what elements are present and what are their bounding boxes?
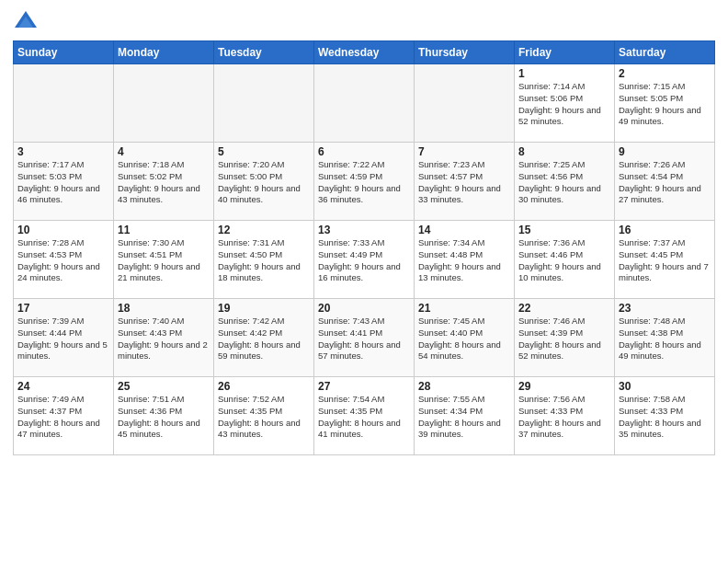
- day-number: 12: [218, 224, 310, 236]
- day-info: Sunrise: 7:54 AM Sunset: 4:35 PM Dayligh…: [318, 394, 410, 441]
- calendar-cell: 9Sunrise: 7:26 AM Sunset: 4:54 PM Daylig…: [615, 143, 715, 221]
- day-info: Sunrise: 7:45 AM Sunset: 4:40 PM Dayligh…: [418, 316, 510, 362]
- day-number: 21: [418, 302, 510, 315]
- day-number: 11: [118, 224, 210, 236]
- calendar-header-row: SundayMondayTuesdayWednesdayThursdayFrid…: [14, 41, 715, 64]
- calendar-cell: 13Sunrise: 7:33 AM Sunset: 4:49 PM Dayli…: [314, 221, 415, 299]
- day-info: Sunrise: 7:15 AM Sunset: 5:05 PM Dayligh…: [619, 81, 711, 128]
- calendar-week-row: 1Sunrise: 7:14 AM Sunset: 5:06 PM Daylig…: [14, 64, 715, 143]
- day-info: Sunrise: 7:51 AM Sunset: 4:36 PM Dayligh…: [118, 394, 210, 441]
- calendar-table: SundayMondayTuesdayWednesdayThursdayFrid…: [13, 40, 715, 455]
- calendar-cell: 14Sunrise: 7:34 AM Sunset: 4:48 PM Dayli…: [415, 221, 515, 299]
- day-info: Sunrise: 7:49 AM Sunset: 4:37 PM Dayligh…: [17, 394, 109, 441]
- day-number: 9: [619, 145, 711, 158]
- logo: [13, 9, 40, 35]
- day-info: Sunrise: 7:39 AM Sunset: 4:44 PM Dayligh…: [17, 316, 109, 362]
- calendar-cell: 7Sunrise: 7:23 AM Sunset: 4:57 PM Daylig…: [415, 143, 515, 221]
- day-number: 19: [218, 302, 310, 315]
- day-info: Sunrise: 7:46 AM Sunset: 4:39 PM Dayligh…: [518, 316, 610, 362]
- day-number: 25: [118, 380, 210, 393]
- logo-icon: [13, 9, 39, 35]
- day-info: Sunrise: 7:14 AM Sunset: 5:06 PM Dayligh…: [518, 81, 610, 128]
- calendar-cell: 27Sunrise: 7:54 AM Sunset: 4:35 PM Dayli…: [314, 377, 415, 455]
- day-of-week-header: Friday: [515, 41, 615, 64]
- day-number: 15: [518, 224, 610, 236]
- calendar-cell: 8Sunrise: 7:25 AM Sunset: 4:56 PM Daylig…: [515, 143, 615, 221]
- day-info: Sunrise: 7:20 AM Sunset: 5:00 PM Dayligh…: [218, 159, 310, 206]
- day-number: 8: [518, 145, 610, 158]
- day-number: 26: [218, 380, 310, 393]
- day-number: 7: [418, 145, 510, 158]
- day-number: 5: [218, 145, 310, 158]
- calendar-cell: [415, 64, 515, 143]
- calendar-cell: 6Sunrise: 7:22 AM Sunset: 4:59 PM Daylig…: [314, 143, 415, 221]
- calendar-cell: [114, 64, 214, 143]
- calendar-cell: 4Sunrise: 7:18 AM Sunset: 5:02 PM Daylig…: [114, 143, 214, 221]
- day-of-week-header: Sunday: [14, 41, 114, 64]
- calendar-cell: 12Sunrise: 7:31 AM Sunset: 4:50 PM Dayli…: [214, 221, 314, 299]
- calendar-week-row: 17Sunrise: 7:39 AM Sunset: 4:44 PM Dayli…: [14, 299, 715, 377]
- calendar-week-row: 10Sunrise: 7:28 AM Sunset: 4:53 PM Dayli…: [14, 221, 715, 299]
- day-number: 13: [318, 224, 410, 236]
- calendar-cell: 16Sunrise: 7:37 AM Sunset: 4:45 PM Dayli…: [615, 221, 715, 299]
- day-info: Sunrise: 7:26 AM Sunset: 4:54 PM Dayligh…: [619, 159, 711, 206]
- day-number: 10: [17, 224, 109, 236]
- day-of-week-header: Wednesday: [314, 41, 415, 64]
- calendar-cell: 22Sunrise: 7:46 AM Sunset: 4:39 PM Dayli…: [515, 299, 615, 377]
- day-number: 6: [318, 145, 410, 158]
- calendar-cell: [14, 64, 114, 143]
- calendar-cell: 17Sunrise: 7:39 AM Sunset: 4:44 PM Dayli…: [14, 299, 114, 377]
- calendar-cell: 3Sunrise: 7:17 AM Sunset: 5:03 PM Daylig…: [14, 143, 114, 221]
- day-info: Sunrise: 7:23 AM Sunset: 4:57 PM Dayligh…: [418, 159, 510, 206]
- day-info: Sunrise: 7:43 AM Sunset: 4:41 PM Dayligh…: [318, 316, 410, 362]
- calendar-cell: 24Sunrise: 7:49 AM Sunset: 4:37 PM Dayli…: [14, 377, 114, 455]
- day-info: Sunrise: 7:31 AM Sunset: 4:50 PM Dayligh…: [218, 237, 310, 284]
- calendar-cell: 1Sunrise: 7:14 AM Sunset: 5:06 PM Daylig…: [515, 64, 615, 143]
- day-info: Sunrise: 7:37 AM Sunset: 4:45 PM Dayligh…: [619, 237, 711, 284]
- day-number: 17: [17, 302, 109, 315]
- day-number: 20: [318, 302, 410, 315]
- day-number: 30: [619, 380, 711, 393]
- day-info: Sunrise: 7:58 AM Sunset: 4:33 PM Dayligh…: [619, 394, 711, 441]
- calendar-cell: 15Sunrise: 7:36 AM Sunset: 4:46 PM Dayli…: [515, 221, 615, 299]
- header: [13, 9, 715, 35]
- day-info: Sunrise: 7:17 AM Sunset: 5:03 PM Dayligh…: [17, 159, 109, 206]
- calendar-cell: 25Sunrise: 7:51 AM Sunset: 4:36 PM Dayli…: [114, 377, 214, 455]
- calendar-cell: 5Sunrise: 7:20 AM Sunset: 5:00 PM Daylig…: [214, 143, 314, 221]
- calendar-week-row: 3Sunrise: 7:17 AM Sunset: 5:03 PM Daylig…: [14, 143, 715, 221]
- day-number: 4: [118, 145, 210, 158]
- day-info: Sunrise: 7:40 AM Sunset: 4:43 PM Dayligh…: [118, 316, 210, 362]
- calendar-cell: 10Sunrise: 7:28 AM Sunset: 4:53 PM Dayli…: [14, 221, 114, 299]
- day-info: Sunrise: 7:33 AM Sunset: 4:49 PM Dayligh…: [318, 237, 410, 284]
- calendar-cell: [214, 64, 314, 143]
- calendar-cell: 26Sunrise: 7:52 AM Sunset: 4:35 PM Dayli…: [214, 377, 314, 455]
- calendar-cell: 30Sunrise: 7:58 AM Sunset: 4:33 PM Dayli…: [615, 377, 715, 455]
- calendar-cell: 29Sunrise: 7:56 AM Sunset: 4:33 PM Dayli…: [515, 377, 615, 455]
- day-info: Sunrise: 7:56 AM Sunset: 4:33 PM Dayligh…: [518, 394, 610, 441]
- day-number: 14: [418, 224, 510, 236]
- calendar-cell: [314, 64, 415, 143]
- day-of-week-header: Saturday: [615, 41, 715, 64]
- calendar-cell: 19Sunrise: 7:42 AM Sunset: 4:42 PM Dayli…: [214, 299, 314, 377]
- day-info: Sunrise: 7:28 AM Sunset: 4:53 PM Dayligh…: [17, 237, 109, 284]
- day-info: Sunrise: 7:36 AM Sunset: 4:46 PM Dayligh…: [518, 237, 610, 284]
- calendar-cell: 23Sunrise: 7:48 AM Sunset: 4:38 PM Dayli…: [615, 299, 715, 377]
- day-number: 22: [518, 302, 610, 315]
- day-info: Sunrise: 7:42 AM Sunset: 4:42 PM Dayligh…: [218, 316, 310, 362]
- day-info: Sunrise: 7:25 AM Sunset: 4:56 PM Dayligh…: [518, 159, 610, 206]
- day-number: 29: [518, 380, 610, 393]
- day-number: 18: [118, 302, 210, 315]
- calendar-cell: 28Sunrise: 7:55 AM Sunset: 4:34 PM Dayli…: [415, 377, 515, 455]
- day-number: 16: [619, 224, 711, 236]
- day-info: Sunrise: 7:30 AM Sunset: 4:51 PM Dayligh…: [118, 237, 210, 284]
- day-info: Sunrise: 7:34 AM Sunset: 4:48 PM Dayligh…: [418, 237, 510, 284]
- day-number: 28: [418, 380, 510, 393]
- calendar-cell: 11Sunrise: 7:30 AM Sunset: 4:51 PM Dayli…: [114, 221, 214, 299]
- calendar-week-row: 24Sunrise: 7:49 AM Sunset: 4:37 PM Dayli…: [14, 377, 715, 455]
- day-of-week-header: Thursday: [415, 41, 515, 64]
- calendar-page: SundayMondayTuesdayWednesdayThursdayFrid…: [0, 0, 728, 563]
- day-info: Sunrise: 7:52 AM Sunset: 4:35 PM Dayligh…: [218, 394, 310, 441]
- day-info: Sunrise: 7:48 AM Sunset: 4:38 PM Dayligh…: [619, 316, 711, 362]
- day-number: 1: [518, 67, 610, 80]
- day-info: Sunrise: 7:55 AM Sunset: 4:34 PM Dayligh…: [418, 394, 510, 441]
